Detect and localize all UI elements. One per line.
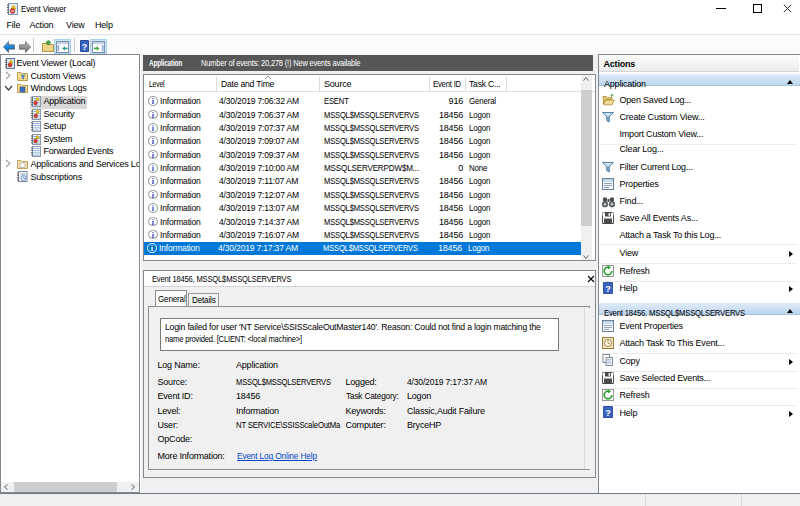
svg-text:?: ?	[605, 283, 610, 293]
svg-text:?: ?	[605, 408, 610, 418]
svg-text:?: ?	[82, 41, 87, 51]
